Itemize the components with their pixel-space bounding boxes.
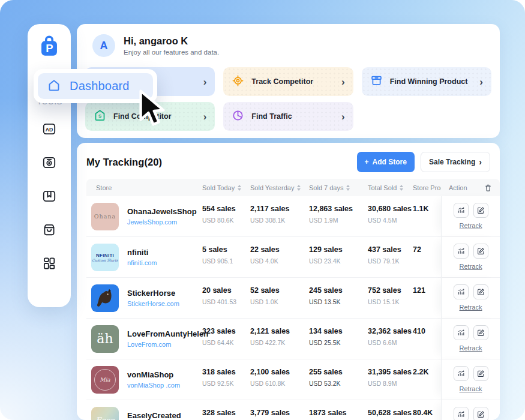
analytics-button[interactable] (454, 366, 469, 381)
table-row: Ease EaselyCreated EaselyCreated .com 32… (86, 400, 500, 420)
analytics-button[interactable] (454, 203, 469, 218)
total-sold-cell: 437 salesUSD 79.1K (368, 237, 413, 277)
sold-yesterday-cell: 52 salesUSD 1.0K (250, 278, 309, 318)
sold-yesterday-cell: 22 salesUSD 4.0K (250, 237, 309, 277)
edit-button[interactable] (473, 407, 488, 420)
ads-icon[interactable]: AD (41, 121, 58, 137)
store-domain-link[interactable]: JewelsShop.com (127, 218, 197, 226)
chevron-right-icon: › (479, 157, 482, 167)
sold-7-days-cell: 12,863 salesUSD 1.9M (309, 196, 368, 236)
sort-icon (346, 185, 350, 191)
edit-button[interactable] (473, 284, 488, 299)
dashboard-label: Dashboard (70, 79, 130, 93)
feature-label: Find Winning Product (390, 77, 468, 86)
track-target-icon[interactable] (41, 154, 58, 170)
target-icon (232, 74, 244, 89)
feature-label: Find Traffic (251, 112, 292, 121)
retrack-link[interactable]: Retrack (460, 222, 482, 229)
retrack-link[interactable]: Retrack (460, 385, 482, 392)
sort-icon (297, 185, 301, 191)
store-name: vonMiaShop (127, 370, 180, 379)
products-value: 2.2K (413, 368, 441, 376)
home-icon (47, 78, 61, 95)
apps-grid-icon[interactable] (41, 255, 58, 271)
sold-today-cell: 5 salesUSD 905.1 (202, 237, 250, 277)
column-sold-yesterday[interactable]: Sold Yesterday (250, 184, 309, 191)
column-sold-7-days[interactable]: Sold 7 days (309, 184, 368, 191)
feature-card-find-traffic[interactable]: Find Traffic › (223, 102, 353, 131)
action-cell: Retrack (441, 359, 500, 400)
store-cell: äh LoveFromAuntyHelen LoveFrom.com (86, 319, 202, 359)
sold-7-days-cell: 255 salesUSD 53.2K (309, 359, 368, 400)
products-value: 121 (413, 286, 441, 295)
store-products-cell: 80.4K (413, 400, 441, 420)
edit-button[interactable] (473, 325, 488, 340)
sold-today-cell: 328 salesUSD 14.4K (202, 400, 250, 420)
retrack-link[interactable]: Retrack (460, 344, 482, 352)
sort-icon (238, 185, 241, 191)
add-store-button[interactable]: + Add Store (357, 152, 415, 172)
action-cell: Retrack (441, 400, 500, 420)
sold-7-days-cell: 129 salesUSD 23.4K (309, 237, 368, 277)
total-sold-cell: 31,395 salesUSD 8.9M (368, 359, 413, 400)
sold-yesterday-cell: 2,121 salesUSD 422.7K (250, 319, 309, 359)
store-logo (91, 284, 119, 312)
store-bag-icon[interactable] (41, 221, 58, 238)
plus-icon: + (365, 158, 369, 166)
analytics-button[interactable] (454, 325, 469, 340)
action-cell: Retrack (441, 196, 500, 236)
analytics-button[interactable] (454, 407, 469, 420)
store-domain-link[interactable]: nfiniti.com (127, 259, 157, 266)
store-cell: Ohana OhanaJewelsShop JewelsShop.com (86, 196, 202, 236)
table-header: Store Sold Today Sold Yesterday Sold 7 d… (86, 179, 500, 196)
store-domain-link[interactable]: LoveFrom.com (127, 341, 208, 348)
sold-yesterday-cell: 3,779 salesUSD 165.7K (250, 400, 309, 420)
sold-today-cell: 323 salesUSD 64.4K (202, 319, 250, 359)
store-cell: StickerHorse StickerHorse.com (86, 278, 202, 318)
bookmark-icon[interactable] (41, 188, 58, 204)
sidebar: P Tools AD (28, 24, 71, 307)
products-value: 410 (413, 327, 441, 335)
chevron-right-icon: › (341, 77, 345, 87)
feature-label: Track Competitor (251, 77, 313, 86)
store-domain-link[interactable]: StickerHorse.com (127, 300, 179, 307)
store-domain-link[interactable]: vonMiaShop .com (127, 382, 180, 389)
total-sold-cell: 752 salesUSD 15.1K (368, 278, 413, 318)
total-sold-cell: 30,680 salesUSD 4.5M (368, 196, 413, 236)
retrack-link[interactable]: Retrack (460, 304, 482, 311)
column-store-products: Store Products (413, 184, 441, 191)
table-row: äh LoveFromAuntyHelen LoveFrom.com 323 s… (86, 319, 500, 359)
column-total-sold[interactable]: Total Sold (368, 184, 413, 191)
app-logo-icon[interactable]: P (37, 34, 62, 61)
column-sold-today[interactable]: Sold Today (202, 184, 250, 191)
store-logo: Mia (91, 366, 119, 394)
store-products-cell: 1.1K (413, 196, 441, 236)
svg-text:P: P (46, 42, 53, 55)
sold-7-days-cell: 134 salesUSD 25.5K (309, 319, 368, 359)
sale-tracking-button[interactable]: Sale Tracking › (421, 152, 490, 172)
edit-button[interactable] (473, 203, 488, 218)
feature-card-track-competitor[interactable]: Track Competitor › (223, 67, 353, 96)
analytics-button[interactable] (454, 244, 469, 259)
store-name: StickerHorse (127, 289, 179, 298)
sold-7-days-cell: 1873 salesUSD 17.3K (309, 400, 368, 420)
sold-yesterday-cell: 2,100 salesUSD 610.8K (250, 359, 309, 400)
trash-icon[interactable] (484, 184, 492, 192)
table-row: Ohana OhanaJewelsShop JewelsShop.com 554… (86, 196, 500, 237)
store-name: nfiniti (127, 248, 157, 257)
feature-card-find-winning-product[interactable]: Find Winning Product › (362, 67, 491, 96)
avatar[interactable]: A (92, 34, 115, 57)
chevron-right-icon: › (479, 77, 483, 87)
pie-chart-icon (232, 109, 244, 124)
store-logo: NFiNiTiCustom Shirts (91, 244, 119, 271)
sold-7-days-cell: 245 salesUSD 13.5K (309, 278, 368, 318)
store-products-cell: 410 (413, 319, 441, 359)
edit-button[interactable] (473, 244, 488, 259)
edit-button[interactable] (473, 366, 488, 381)
analytics-button[interactable] (454, 284, 469, 299)
products-value: 72 (413, 245, 441, 254)
svg-text:S: S (98, 113, 101, 119)
table-row: StickerHorse StickerHorse.com 20 salesUS… (86, 278, 500, 319)
greeting-title: Hi, angaroo K (124, 35, 219, 47)
retrack-link[interactable]: Retrack (460, 263, 482, 270)
